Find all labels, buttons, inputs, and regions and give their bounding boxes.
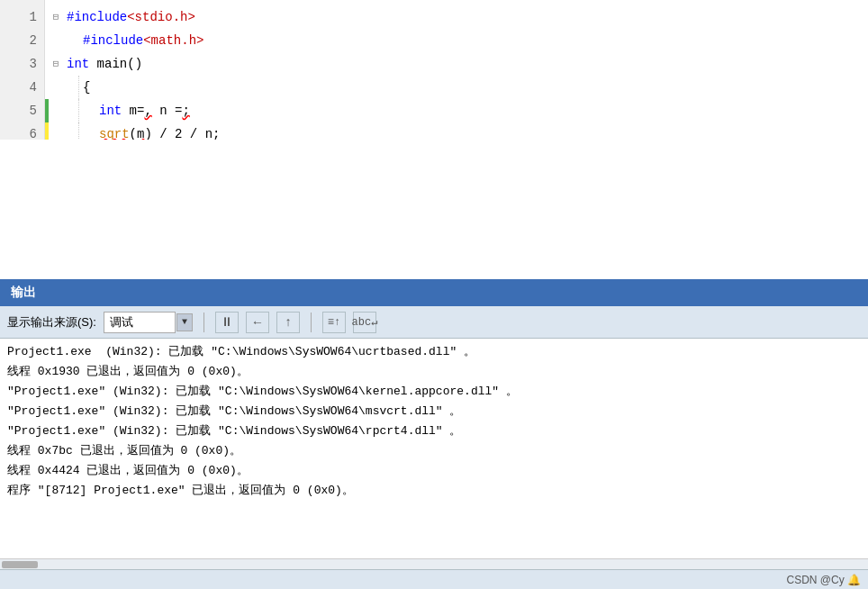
line-num-3: 3: [0, 52, 44, 76]
output-panel: 输出 显示输出来源(S): 调试 ▼ ⏸ ← ↑ ≡↑ abc↵ Project…: [0, 279, 868, 589]
line-bar-4: [45, 76, 49, 99]
code-text-4: {: [79, 76, 90, 99]
line-num-1: 1: [0, 5, 44, 29]
code-text-3: int main(): [63, 52, 142, 76]
line-num-4: 4: [0, 76, 44, 99]
code-line-6: sqrt(m) / 2 / n;: [45, 122, 868, 140]
code-line-1: ⊟ #include<stdio.h>: [45, 5, 868, 29]
code-text-2: #include<math.h>: [79, 29, 203, 52]
code-text-5: int m=, n =;: [95, 99, 190, 122]
h-scroll-thumb[interactable]: [2, 561, 38, 568]
dropdown-arrow-icon[interactable]: ▼: [176, 313, 193, 331]
source-dropdown-value[interactable]: 调试: [104, 312, 176, 333]
code-container: 1 2 3 4 5 6 7 8 9 ⊟ #include<stdio.h>: [0, 0, 868, 140]
output-line-1: Project1.exe (Win32): 已加载 "C:\Windows\Sy…: [7, 342, 861, 362]
output-line-8: 程序 "[8712] Project1.exe" 已退出，返回值为 0 (0x0…: [7, 481, 861, 501]
code-line-5: int m=, n =;: [45, 99, 868, 122]
output-toolbar: 显示输出来源(S): 调试 ▼ ⏸ ← ↑ ≡↑ abc↵: [0, 306, 868, 339]
editor-blank: [0, 140, 868, 279]
toolbar-sep-1: [203, 313, 204, 332]
line-numbers: 1 2 3 4 5 6 7 8 9: [0, 0, 45, 140]
toolbar-btn-list[interactable]: ≡↑: [322, 312, 346, 333]
line-num-2: 2: [0, 29, 44, 52]
editor-area: 1 2 3 4 5 6 7 8 9 ⊟ #include<stdio.h>: [0, 0, 868, 279]
output-line-4: "Project1.exe" (Win32): 已加载 "C:\Windows\…: [7, 402, 861, 421]
wrap-icon: abc↵: [352, 315, 378, 329]
source-label: 显示输出来源(S):: [7, 314, 96, 331]
output-line-3: "Project1.exe" (Win32): 已加载 "C:\Windows\…: [7, 382, 861, 402]
pause-icon: ⏸: [221, 315, 233, 330]
line-bar-6: [45, 122, 49, 140]
fold-3[interactable]: ⊟: [49, 52, 63, 76]
toolbar-btn-pause[interactable]: ⏸: [215, 312, 239, 333]
output-line-5: "Project1.exe" (Win32): 已加载 "C:\Windows\…: [7, 421, 861, 441]
output-header: 输出: [0, 279, 868, 306]
output-footer: CSDN @Cy 🔔: [0, 569, 868, 589]
code-content[interactable]: ⊟ #include<stdio.h> #include<math.h> ⊟: [45, 0, 868, 140]
output-content[interactable]: Project1.exe (Win32): 已加载 "C:\Windows\Sy…: [0, 339, 868, 558]
code-line-2: #include<math.h>: [45, 29, 868, 52]
line-bar-2: [45, 29, 49, 52]
code-text-6: sqrt(m) / 2 / n;: [95, 122, 220, 140]
horizontal-scrollbar[interactable]: [0, 558, 868, 569]
fold-1[interactable]: ⊟: [49, 5, 63, 29]
toolbar-btn-wrap[interactable]: abc↵: [353, 312, 376, 333]
line-bar-5: [45, 99, 49, 122]
output-line-6: 线程 0x7bc 已退出，返回值为 0 (0x0)。: [7, 441, 861, 461]
output-line-7: 线程 0x4424 已退出，返回值为 0 (0x0)。: [7, 461, 861, 481]
up-icon: ↑: [285, 315, 292, 330]
code-line-4: {: [45, 76, 868, 99]
list-icon: ≡↑: [328, 316, 340, 329]
toolbar-sep-2: [311, 313, 312, 332]
code-text-1: #include<stdio.h>: [63, 5, 195, 29]
output-line-2: 线程 0x1930 已退出，返回值为 0 (0x0)。: [7, 362, 861, 382]
toolbar-btn-up[interactable]: ↑: [276, 312, 300, 333]
footer-text: CSDN @Cy 🔔: [786, 574, 861, 586]
toolbar-btn-back[interactable]: ←: [246, 312, 269, 333]
line-num-6: 6: [0, 122, 44, 140]
source-select-wrapper[interactable]: 调试 ▼: [104, 312, 193, 333]
output-title: 输出: [11, 285, 36, 301]
code-line-3: ⊟ int main(): [45, 52, 868, 76]
line-num-5: 5: [0, 99, 44, 122]
back-icon: ←: [254, 315, 261, 330]
